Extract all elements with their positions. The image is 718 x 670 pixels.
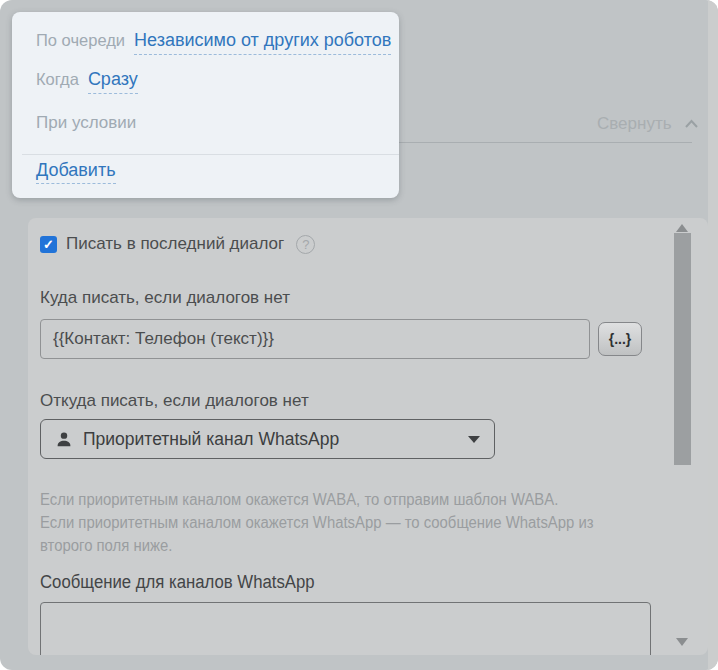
- when-label: Когда: [36, 70, 79, 89]
- when-value-link[interactable]: Сразу: [88, 69, 138, 94]
- help-icon[interactable]: ?: [296, 235, 315, 254]
- queue-label: По очереди: [36, 31, 125, 50]
- chevron-up-icon: [684, 119, 699, 129]
- last-dialog-row: ✓ Писать в последний диалог ?: [40, 234, 315, 254]
- from-label: Откуда писать, если диалогов нет: [40, 391, 309, 411]
- when-row: Когда Сразу: [36, 69, 138, 94]
- condition-label: При условии: [36, 113, 136, 133]
- last-dialog-label: Писать в последний диалог: [66, 234, 284, 254]
- condition-row: При условии: [36, 113, 136, 133]
- queue-row: По очереди Независимо от других роботов: [36, 30, 391, 55]
- section-divider: [399, 142, 692, 143]
- caret-down-icon: [468, 436, 480, 443]
- priority-channel-hint: Если приоритетным каналом окажется WABA,…: [40, 488, 594, 557]
- add-row: Добавить: [36, 159, 116, 181]
- message-settings-card: ✓ Писать в последний диалог ? Куда писат…: [28, 218, 708, 655]
- trigger-settings-popup: По очереди Независимо от других роботов …: [12, 12, 399, 198]
- scroll-up-arrow-icon[interactable]: [676, 224, 688, 232]
- collapse-label: Свернуть: [597, 114, 672, 134]
- message-label: Сообщение для каналов WhatsApp: [40, 572, 315, 593]
- collapse-control[interactable]: Свернуть: [597, 114, 699, 134]
- page-scrollbar-track[interactable]: [708, 0, 718, 670]
- hint-line: Если приоритетным каналом окажется WABA,…: [40, 488, 594, 511]
- channel-select-value: Приоритетный канал WhatsApp: [83, 429, 339, 450]
- channel-select[interactable]: Приоритетный канал WhatsApp: [40, 419, 495, 459]
- add-condition-link[interactable]: Добавить: [36, 160, 116, 184]
- last-dialog-checkbox[interactable]: ✓: [40, 236, 57, 253]
- scrollbar-thumb[interactable]: [674, 233, 691, 465]
- insert-variable-button[interactable]: {...}: [598, 322, 642, 356]
- hint-line: Если приоритетным каналом окажется Whats…: [40, 511, 594, 534]
- whatsapp-message-textarea[interactable]: [40, 602, 651, 655]
- scroll-down-arrow-icon[interactable]: [676, 638, 688, 646]
- hint-line: второго поля ниже.: [40, 534, 594, 557]
- robot-settings-screen: Свернуть По очереди Независимо от других…: [0, 0, 718, 670]
- person-icon: [55, 430, 73, 448]
- popup-divider: [22, 154, 399, 155]
- where-input[interactable]: [40, 319, 590, 359]
- queue-mode-link[interactable]: Независимо от других роботов: [134, 30, 391, 55]
- where-label: Куда писать, если диалогов нет: [40, 288, 290, 308]
